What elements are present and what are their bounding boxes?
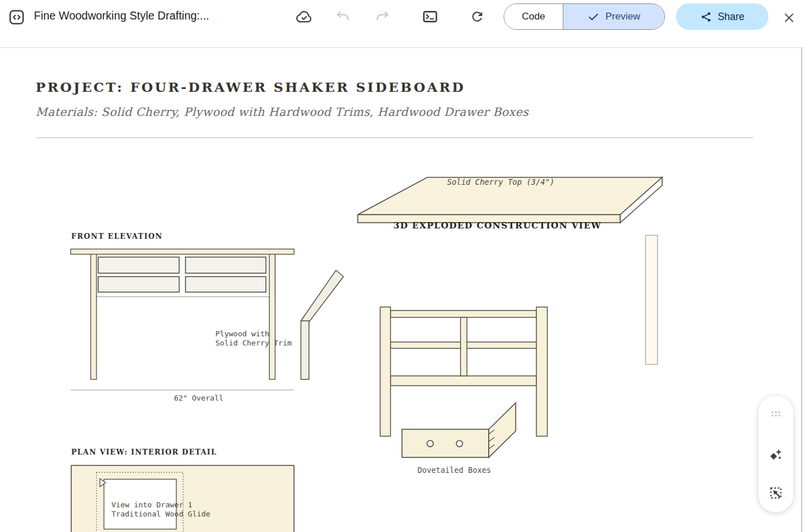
redo-button[interactable] <box>371 6 393 28</box>
document-title: Fine Woodworking Style Drafting:... <box>34 9 209 22</box>
materials-subtitle: Materials: Solid Cherry, Plywood with Ha… <box>36 105 528 119</box>
plan-view-title: PLAN VIEW: INTERIOR DETAIL <box>71 448 217 456</box>
project-heading: PROJECT: FOUR-DRAWER SHAKER SIDEBOARD <box>36 79 465 95</box>
drag-dots-icon[interactable] <box>768 406 783 421</box>
plan-note-line2: Traditional Wood Glide <box>111 510 210 518</box>
code-tab-label: Code <box>522 11 546 22</box>
preview-tab-label: Preview <box>605 11 640 22</box>
exploded-view-title: 3D EXPLODED CONSTRUCTION VIEW <box>393 220 601 231</box>
code-block-icon <box>7 7 26 27</box>
select-area-icon[interactable] <box>768 486 783 500</box>
panel-edge-divider <box>801 48 802 532</box>
top-plank-label: Solid Cherry Top (3/4") <box>447 177 555 187</box>
refresh-button[interactable] <box>466 6 488 28</box>
sparkle-icon[interactable] <box>768 447 783 462</box>
share-button-label: Share <box>718 11 745 23</box>
heading-divider <box>36 137 753 138</box>
exploded-side-panel <box>645 235 658 364</box>
top-toolbar: Fine Woodworking Style Drafting:... <box>0 0 804 48</box>
close-icon <box>783 11 795 24</box>
undo-button[interactable] <box>332 6 354 28</box>
dovetail-box-drawing <box>402 403 516 457</box>
close-button[interactable] <box>779 7 799 28</box>
front-elevation-title: FRONT ELEVATION <box>71 232 163 240</box>
terminal-button[interactable] <box>419 6 441 28</box>
cloud-done-button[interactable] <box>293 6 315 28</box>
exploded-trim-piece <box>301 270 343 379</box>
code-preview-toggle: Code Preview <box>504 3 665 30</box>
plan-note-line1: View into Drawer 1 <box>111 500 192 509</box>
floating-toolbar <box>758 395 794 512</box>
share-button[interactable]: Share <box>676 3 768 30</box>
share-icon <box>700 11 712 23</box>
overall-dimension-label: 62" Overall <box>174 394 223 402</box>
front-elevation-drawing <box>71 249 294 390</box>
preview-tab[interactable]: Preview <box>563 4 664 29</box>
exploded-frame-drawing <box>380 307 547 436</box>
plywood-annotation-line1: Plywood with <box>215 329 269 338</box>
app-window: Fine Woodworking Style Drafting:... <box>0 0 804 532</box>
check-icon <box>587 11 600 23</box>
dovetail-box-label: Dovetailed Boxes <box>418 466 491 475</box>
drafting-canvas: Solid Cherry Top (3/4") 3D EXPLODED CONS… <box>0 143 804 532</box>
code-tab[interactable]: Code <box>504 4 563 29</box>
plan-view-drawing <box>71 465 294 532</box>
plywood-annotation-line2: Solid Cherry Trim <box>215 339 292 347</box>
